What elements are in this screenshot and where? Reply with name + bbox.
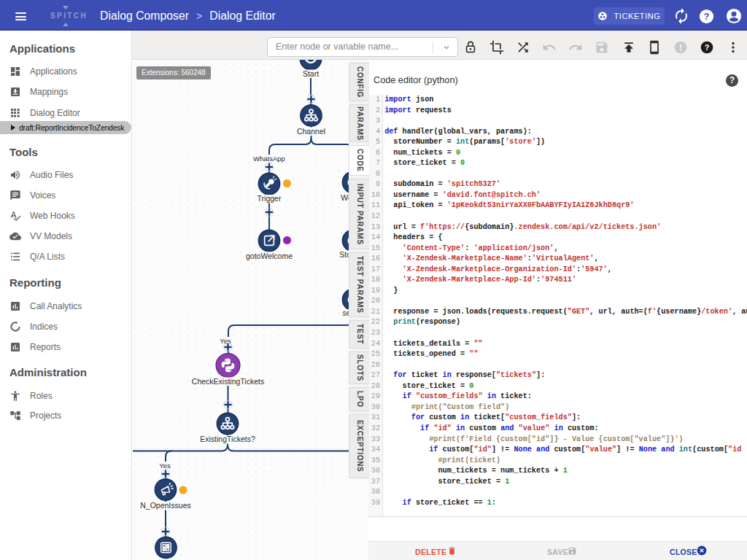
svg-text:Channel: Channel [297, 127, 325, 136]
svg-text:ExistingTickets?: ExistingTickets? [200, 435, 255, 443]
svg-text:WhatsApp: WhatsApp [253, 155, 285, 163]
svg-text:CheckExistingTickets: CheckExistingTickets [192, 377, 264, 386]
svg-text:gotoWelcome: gotoWelcome [246, 252, 293, 260]
svg-text:?: ? [705, 43, 710, 52]
svg-text:?: ? [704, 12, 709, 22]
svg-text:N_OpenIssues: N_OpenIssues [140, 501, 190, 510]
svg-text:Start: Start [303, 69, 319, 78]
svg-text:Trigger: Trigger [258, 194, 282, 203]
svg-text:Yes: Yes [159, 462, 171, 470]
